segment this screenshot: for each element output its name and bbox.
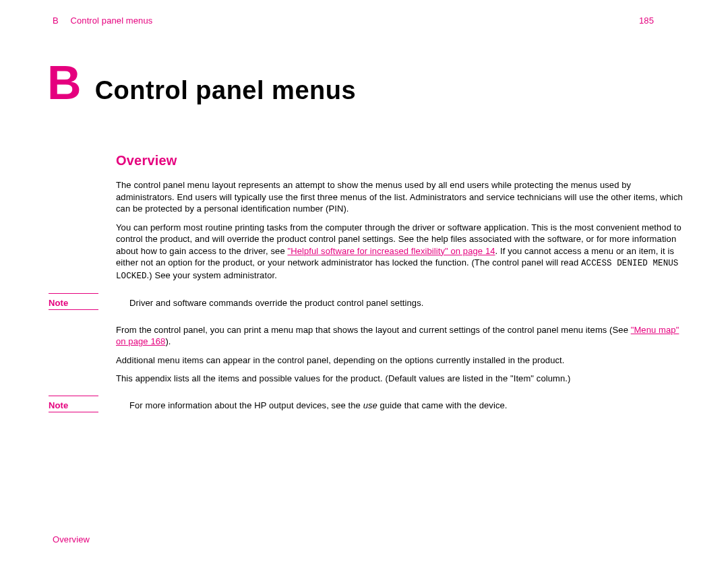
- header-breadcrumb: B Control panel menus: [53, 15, 152, 27]
- chapter-letter: B: [47, 59, 82, 106]
- note-1-rule-bottom: [49, 309, 98, 310]
- paragraph-2: You can perform most routine printing ta…: [116, 222, 688, 282]
- note2-pre: For more information about the HP output…: [129, 400, 363, 410]
- note-1-label: Note: [49, 297, 68, 309]
- page-number: 185: [639, 15, 654, 27]
- content-area: Overview The control panel menu layout r…: [116, 152, 688, 426]
- para2-post: .) See your system administrator.: [147, 270, 277, 280]
- note-2-body: For more information about the HP output…: [129, 400, 688, 412]
- paragraph-3: From the control panel, you can print a …: [116, 324, 688, 348]
- para3-post: ).: [165, 336, 171, 346]
- paragraph-5: This appendix lists all the items and po…: [116, 373, 688, 385]
- note-2-label: Note: [49, 400, 68, 412]
- document-page: B Control panel menus 185 B Control pane…: [0, 0, 728, 562]
- link-helpful-software[interactable]: "Helpful software for increased flexibil…: [287, 246, 495, 256]
- para3-pre: From the control panel, you can print a …: [116, 325, 631, 335]
- note-1-body: Driver and software commands override th…: [129, 297, 688, 309]
- section-heading: Overview: [116, 152, 688, 170]
- note2-em: use: [363, 400, 377, 410]
- header-appendix-letter: B: [53, 15, 59, 26]
- chapter-title-row: B Control panel menus: [47, 59, 356, 108]
- note-1-rule-top: [49, 293, 98, 294]
- header-title: Control panel menus: [71, 15, 153, 26]
- note2-post: guide that came with the device.: [377, 400, 508, 410]
- note-2-rule-bottom: [49, 412, 98, 412]
- paragraph-4: Additional menu items can appear in the …: [116, 354, 688, 367]
- note-2-row: Note For more information about the HP o…: [116, 400, 688, 412]
- note-1-row: Note Driver and software commands overri…: [116, 297, 688, 309]
- note-2-rule-top: [49, 396, 98, 396]
- paragraph-1: The control panel menu layout represents…: [116, 179, 688, 215]
- footer-section-name: Overview: [53, 534, 90, 546]
- chapter-title: Control panel menus: [95, 73, 356, 108]
